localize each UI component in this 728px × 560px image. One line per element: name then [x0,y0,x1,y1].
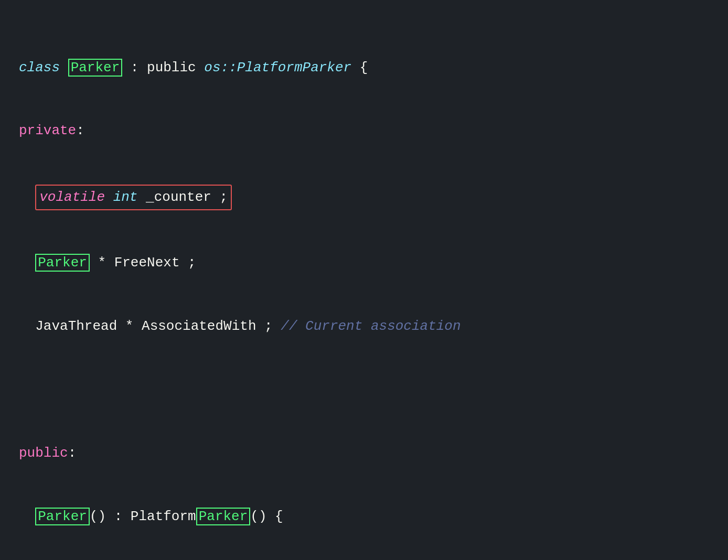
line-1: class Parker : public os::PlatformParker… [19,57,709,78]
code-viewer: class Parker : public os::PlatformParker… [0,0,728,560]
line-3: volatile int _counter ; [19,184,709,210]
line-7: public: [19,443,709,464]
line-5: JavaThread * AssociatedWith ; // Current… [19,316,709,337]
line-2: private: [19,120,709,141]
line-8: Parker() : PlatformParker() { [19,506,709,527]
line-4: Parker * FreeNext ; [19,252,709,273]
line-6 [19,379,709,400]
